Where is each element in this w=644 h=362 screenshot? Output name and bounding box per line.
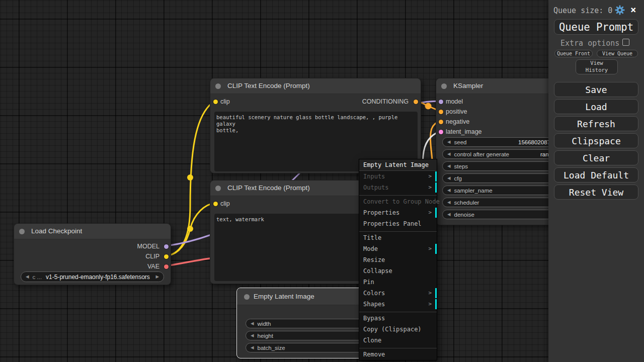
widget-value: v1-5-pruned-emaonly-fp16.safetensors — [46, 274, 150, 281]
queue-prompt-button[interactable]: Queue Prompt — [554, 19, 638, 35]
menu-item-properties[interactable]: Properties > — [359, 207, 437, 218]
widget-label: denoise — [454, 212, 474, 218]
left-arrow-icon[interactable]: ◀ — [447, 200, 451, 205]
node-header[interactable]: CLIP Text Encode (Prompt) — [210, 78, 421, 94]
close-icon[interactable]: × — [630, 4, 636, 15]
menu-item-resize[interactable]: Resize — [359, 254, 437, 265]
menu-separator — [359, 310, 437, 312]
settings-gear-icon[interactable] — [615, 5, 625, 17]
node-title: Empty Latent Image — [254, 288, 314, 305]
menu-item-remove[interactable]: Remove — [359, 349, 437, 360]
left-arrow-icon[interactable]: ◀ — [447, 152, 451, 156]
collapse-dot-icon[interactable] — [441, 83, 447, 89]
left-arrow-icon[interactable]: ◀ — [447, 176, 451, 180]
menu-item-convert-to-group-node: Convert to Group Node — [359, 196, 437, 207]
submenu-accent-bar — [435, 208, 437, 218]
load-default-button[interactable]: Load Default — [554, 167, 638, 183]
submenu-arrow-icon: > — [428, 182, 432, 193]
port-label: negative — [446, 118, 469, 125]
collapse-dot-icon[interactable] — [244, 294, 250, 300]
port-label: positive — [446, 108, 467, 115]
menu-item-mode[interactable]: Mode > — [359, 243, 437, 254]
refresh-button[interactable]: Refresh — [554, 116, 638, 131]
menu-item-title[interactable]: Title — [359, 232, 437, 243]
submenu-arrow-icon: > — [428, 207, 432, 218]
left-arrow-icon[interactable]: ◀ — [447, 164, 451, 168]
clipspace-button[interactable]: Clipspace — [554, 133, 638, 148]
queue-size-label: Queue size: 0 — [553, 6, 612, 15]
reset-view-button[interactable]: Reset View — [554, 185, 638, 200]
menu-item-collapse[interactable]: Collapse — [359, 265, 437, 277]
submenu-arrow-icon: > — [428, 243, 432, 254]
view-queue-button[interactable]: View Queue — [597, 50, 638, 57]
submenu-arrow-icon: > — [428, 299, 432, 310]
menu-item-pin[interactable]: Pin — [359, 277, 437, 288]
ckpt-name-widget[interactable]: ◀ c ... v1-5-pruned-emaonly-fp16.safeten… — [21, 272, 164, 282]
submenu-accent-bar — [435, 288, 437, 298]
port-label: latent_image — [446, 128, 482, 135]
comfyui-app: CLIP Text Encode (Prompt) clip CONDITION… — [0, 0, 644, 362]
submenu-arrow-icon: > — [428, 288, 432, 299]
right-arrow-icon[interactable]: ▶ — [155, 275, 159, 279]
menu-item-bypass[interactable]: Bypass — [359, 313, 437, 324]
submenu-arrow-icon: > — [428, 171, 432, 182]
widget-label: seed — [454, 139, 467, 145]
node-title: KSampler — [453, 78, 483, 94]
port-clip-input[interactable] — [213, 202, 218, 206]
widget-label: sampler_name — [454, 188, 493, 194]
widget-label: width — [258, 321, 271, 327]
menu-item-copy-clipspace[interactable]: Copy (Clipspace) — [359, 324, 437, 335]
port-clip-input[interactable] — [213, 100, 218, 104]
port-label: clip — [220, 98, 230, 105]
node-title: CLIP Text Encode (Prompt) — [227, 78, 310, 94]
extra-options-label: Extra options — [560, 39, 619, 48]
port-model-output[interactable] — [164, 244, 169, 249]
node-header[interactable]: Load Checkpoint — [14, 224, 171, 239]
comfy-menu-sidebar: Queue size: 0 × Queue Prompt Extra optio… — [548, 0, 644, 362]
menu-item-outputs: Outputs > — [359, 182, 437, 193]
port-vae-output[interactable] — [164, 264, 169, 269]
left-arrow-icon[interactable]: ◀ — [251, 333, 254, 338]
widget-label: scheduler — [454, 200, 479, 206]
port-positive-input[interactable] — [439, 110, 443, 114]
submenu-accent-bar — [435, 183, 437, 193]
view-history-button[interactable]: View History — [576, 59, 618, 74]
left-arrow-icon[interactable]: ◀ — [251, 345, 254, 350]
port-latent-image-input[interactable] — [439, 130, 443, 134]
queue-front-button[interactable]: Queue Front — [554, 50, 593, 57]
node-title: Load Checkpoint — [31, 224, 82, 239]
left-arrow-icon[interactable]: ◀ — [251, 321, 254, 326]
conditioning-link-midpoint-dot — [425, 103, 432, 110]
port-clip-output[interactable] — [164, 254, 169, 259]
left-arrow-icon[interactable]: ◀ — [26, 275, 29, 279]
widget-label: control after generate — [454, 151, 509, 157]
port-conditioning-output[interactable] — [414, 100, 418, 104]
menu-item-shapes[interactable]: Shapes > — [359, 299, 437, 310]
node-context-menu: Empty Latent Image Inputs > Outputs > Co… — [359, 159, 437, 360]
collapse-dot-icon[interactable] — [215, 186, 221, 191]
port-label: model — [446, 98, 463, 105]
menu-item-colors[interactable]: Colors > — [359, 288, 437, 299]
widget-value: 1566802087 — [518, 139, 550, 145]
menu-separator — [359, 193, 437, 196]
node-load-checkpoint[interactable]: Load Checkpoint MODEL CLIP VAE ◀ c ... v… — [14, 223, 171, 285]
menu-item-inputs: Inputs > — [359, 171, 437, 182]
port-negative-input[interactable] — [439, 120, 443, 124]
collapse-dot-icon[interactable] — [19, 229, 25, 234]
collapse-dot-icon[interactable] — [215, 83, 221, 89]
left-arrow-icon[interactable]: ◀ — [447, 188, 451, 193]
widget-label: batch_size — [258, 345, 285, 351]
port-model-input[interactable] — [439, 100, 443, 104]
menu-item-clone[interactable]: Clone — [359, 335, 437, 346]
widget-label: height — [258, 333, 273, 339]
extra-options-checkbox[interactable] — [622, 39, 629, 46]
menu-separator — [359, 346, 437, 348]
left-arrow-icon[interactable]: ◀ — [447, 140, 451, 144]
left-arrow-icon[interactable]: ◀ — [447, 212, 451, 217]
load-button[interactable]: Load — [554, 99, 638, 114]
clear-button[interactable]: Clear — [554, 150, 638, 165]
menu-item-properties-panel[interactable]: Properties Panel — [359, 218, 437, 229]
widget-label: c ... — [33, 274, 42, 280]
widget-label: steps — [454, 163, 468, 169]
save-button[interactable]: Save — [554, 82, 638, 97]
